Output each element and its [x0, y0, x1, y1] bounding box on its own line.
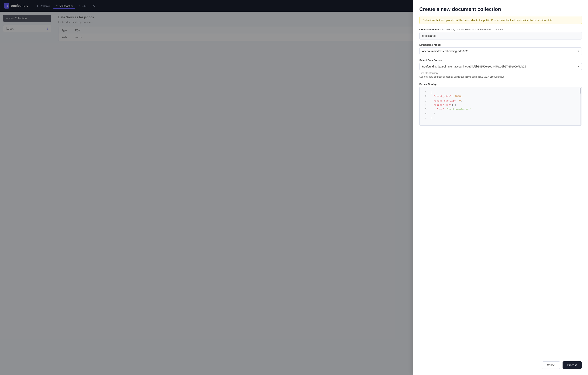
cancel-button[interactable]: Cancel [542, 361, 560, 369]
line-num-6: 6 [423, 112, 427, 116]
collection-name-label: Collection name * Should only contain lo… [419, 28, 582, 31]
embedding-model-select-wrapper: openai-main/text-embedding-ada-002 ▼ [419, 47, 582, 55]
line-num-3: 3 [423, 99, 427, 103]
warning-text: Collections that are uploaded will be ac… [423, 19, 553, 22]
modal-footer: Cancel Process [419, 359, 582, 369]
line-num-7: 7 [423, 116, 427, 120]
datasource-meta: Type : truefoundry Source : data-dir:int… [419, 71, 582, 79]
line-content-6: } [430, 112, 435, 116]
datasource-type: Type : truefoundry [419, 71, 582, 75]
data-source-group: Select Data Source truefoundry::data-dir… [419, 59, 582, 79]
warning-banner: Collections that are uploaded will be ac… [419, 16, 582, 24]
modal-overlay: Create a new document collection Collect… [0, 0, 588, 375]
modal-title: Create a new document collection [419, 6, 582, 12]
line-content-4: "parser_map": { [430, 103, 456, 107]
code-scrollbar[interactable] [580, 88, 581, 125]
parser-configs-label: Parser Configs [419, 83, 582, 86]
code-line-2: 2 "chunk_size": 1000, [423, 94, 578, 99]
parser-configs-editor[interactable]: 1 { 2 "chunk_size": 1000, 3 "chunk_overl… [419, 87, 582, 126]
embedding-model-select[interactable]: openai-main/text-embedding-ada-002 [419, 47, 582, 55]
line-content-5: ".md": "MarkdownParser" [430, 107, 472, 112]
collection-name-input[interactable] [419, 32, 582, 40]
code-line-4: 4 "parser_map": { [423, 103, 578, 107]
line-content-7: } [430, 116, 432, 120]
datasource-source: Source : data-dir:internal/cognita-publi… [419, 75, 582, 79]
line-num-2: 2 [423, 94, 427, 99]
data-source-select[interactable]: truefoundry::data-dir:internal/cognita-p… [419, 63, 582, 70]
modal: Create a new document collection Collect… [413, 0, 588, 375]
code-line-7: 7 } [423, 116, 578, 120]
line-num-5: 5 [423, 107, 427, 112]
code-line-3: 3 "chunk_overlap": 0, [423, 99, 578, 103]
code-scrollbar-thumb [580, 88, 581, 94]
code-line-5: 5 ".md": "MarkdownParser" [423, 107, 578, 112]
data-source-select-wrapper: truefoundry::data-dir:internal/cognita-p… [419, 63, 582, 70]
line-num-4: 4 [423, 103, 427, 107]
parser-configs-group: Parser Configs 1 { 2 "chunk_size": 1000,… [419, 83, 582, 126]
code-line-6: 6 } [423, 112, 578, 116]
collection-name-group: Collection name * Should only contain lo… [419, 28, 582, 40]
code-line-1: 1 { [423, 90, 578, 94]
line-content-3: "chunk_overlap": 0, [430, 99, 462, 103]
embedding-model-label: Embedding Model [419, 43, 582, 46]
data-source-label: Select Data Source [419, 59, 582, 62]
line-content-2: "chunk_size": 1000, [430, 94, 462, 99]
line-content-1: { [430, 90, 432, 94]
modal-spacer [419, 130, 582, 355]
embedding-model-group: Embedding Model openai-main/text-embeddi… [419, 43, 582, 55]
process-button[interactable]: Process [563, 361, 582, 369]
line-num-1: 1 [423, 90, 427, 94]
